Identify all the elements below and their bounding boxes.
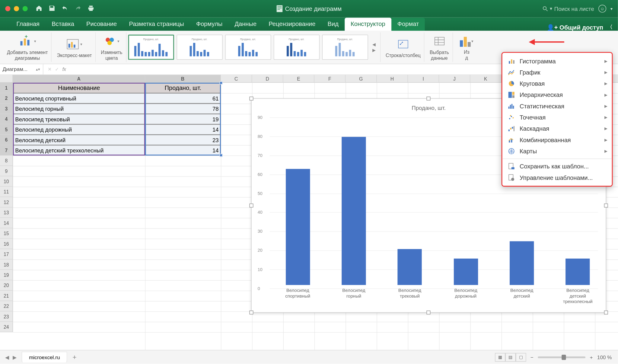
- menu-treemap[interactable]: Иерархическая: [502, 89, 612, 101]
- menu-waterfall[interactable]: Каскадная: [502, 123, 612, 134]
- menu-bar-chart[interactable]: Гистограмма: [502, 56, 612, 67]
- view-mode-buttons[interactable]: ▦ ▤ ▢: [495, 353, 526, 362]
- select-all-corner[interactable]: [0, 75, 13, 83]
- selection-handle[interactable]: [220, 81, 223, 85]
- chevron-down-icon[interactable]: ▾: [610, 6, 613, 11]
- change-chart-type-button[interactable]: ▾ Изд: [454, 33, 479, 62]
- column-header-D[interactable]: D: [252, 75, 283, 82]
- cell-A1[interactable]: Наименование: [13, 83, 145, 93]
- cell-B4[interactable]: 19: [145, 114, 221, 124]
- collapse-ribbon-icon[interactable]: 〈: [607, 23, 613, 30]
- menu-combo[interactable]: Комбинированная: [502, 134, 612, 145]
- chart-styles-gallery[interactable]: Продано, шт. Продано, шт. Продано, шт. П…: [128, 33, 381, 62]
- add-chart-element-button[interactable]: +▾ Добавить элемент диаграммы: [3, 33, 52, 62]
- column-header-E[interactable]: E: [283, 75, 314, 82]
- cell-A7[interactable]: Велосипед детский трехколесный: [13, 145, 145, 155]
- row-header-15[interactable]: 15: [0, 228, 13, 238]
- home-icon[interactable]: [36, 5, 43, 13]
- row-header-10[interactable]: 10: [0, 176, 13, 187]
- chart-style-5[interactable]: Продано, шт.: [322, 35, 368, 60]
- cell-B2[interactable]: 61: [145, 93, 221, 104]
- sheet-nav-next[interactable]: ▶: [13, 354, 17, 360]
- row-header-1[interactable]: 1: [0, 83, 13, 93]
- row-header-7[interactable]: 7: [0, 145, 13, 155]
- row-header-3[interactable]: 3: [0, 104, 13, 114]
- cell-B1[interactable]: Продано, шт.: [145, 83, 221, 93]
- row-header-4[interactable]: 4: [0, 114, 13, 124]
- row-header-9[interactable]: 9: [0, 166, 13, 176]
- cell-B3[interactable]: 78: [145, 104, 221, 114]
- chart-bar-3[interactable]: [454, 258, 478, 285]
- quick-layout-button[interactable]: ▾ Экспресс-макет: [53, 33, 96, 62]
- row-header-22[interactable]: 22: [0, 301, 13, 311]
- row-headers[interactable]: 123456789101112131415161718192021222324: [0, 83, 13, 332]
- name-box[interactable]: Диаграм...▴▾: [0, 64, 43, 74]
- change-colors-button[interactable]: ▾ Изменить цвета: [97, 33, 126, 62]
- row-header-19[interactable]: 19: [0, 270, 13, 280]
- column-header-I[interactable]: I: [408, 75, 439, 82]
- normal-view-icon[interactable]: ▦: [495, 353, 505, 362]
- gallery-scroll[interactable]: ◀▶: [371, 42, 377, 52]
- cell-A4[interactable]: Велосипед трековый: [13, 114, 145, 124]
- row-header-2[interactable]: 2: [0, 93, 13, 104]
- feedback-icon[interactable]: ☺: [598, 5, 606, 13]
- row-header-11[interactable]: 11: [0, 187, 13, 197]
- chart-bar-2[interactable]: [398, 249, 422, 285]
- cell-B6[interactable]: 23: [145, 135, 221, 145]
- close-window[interactable]: [5, 6, 10, 11]
- add-sheet-button[interactable]: +: [67, 353, 82, 361]
- column-header-A[interactable]: A: [13, 75, 145, 82]
- menu-scatter[interactable]: Точечная: [502, 112, 612, 123]
- row-header-5[interactable]: 5: [0, 124, 13, 135]
- menu-pie-chart[interactable]: Круговая: [502, 78, 612, 89]
- column-header-K[interactable]: K: [470, 75, 501, 82]
- zoom-slider[interactable]: [538, 356, 585, 358]
- menu-histogram[interactable]: Статистическая: [502, 101, 612, 112]
- cell-A6[interactable]: Велосипед детский: [13, 135, 145, 145]
- search-input[interactable]: ▾ Поиск на листе: [543, 5, 594, 12]
- column-header-G[interactable]: G: [346, 75, 377, 82]
- chart-bar-0[interactable]: [286, 169, 310, 285]
- tab-home[interactable]: Главная: [10, 18, 46, 31]
- menu-manage-templates[interactable]: Управление шаблонами...: [502, 172, 612, 183]
- selection-handle[interactable]: [220, 154, 223, 157]
- column-header-J[interactable]: J: [439, 75, 470, 82]
- tab-page-layout[interactable]: Разметка страницы: [123, 18, 190, 31]
- switch-row-column-button[interactable]: Строка/столбец: [382, 33, 425, 62]
- page-break-view-icon[interactable]: ▢: [516, 353, 526, 362]
- row-header-12[interactable]: 12: [0, 197, 13, 207]
- column-header-C[interactable]: C: [221, 75, 252, 82]
- chart-style-3[interactable]: Продано, шт.: [225, 35, 271, 60]
- chart-style-1[interactable]: Продано, шт.: [128, 35, 174, 60]
- cell-A2[interactable]: Велосипед спортивный: [13, 93, 145, 104]
- menu-save-template[interactable]: Сохранить как шаблон...: [502, 161, 612, 172]
- accept-formula-icon[interactable]: ✓: [55, 66, 59, 72]
- cell-A3[interactable]: Велосипед горный: [13, 104, 145, 114]
- tab-insert[interactable]: Вставка: [46, 18, 80, 31]
- cell-B7[interactable]: 14: [145, 145, 221, 155]
- cancel-formula-icon[interactable]: ✕: [48, 66, 52, 72]
- column-header-B[interactable]: B: [145, 75, 221, 82]
- share-button[interactable]: 👤+ Общий доступ: [547, 24, 603, 30]
- save-icon[interactable]: [49, 5, 56, 13]
- tab-review[interactable]: Рецензирование: [263, 18, 321, 31]
- sheet-nav-prev[interactable]: ◀: [5, 354, 9, 360]
- maximize-window[interactable]: [23, 6, 28, 11]
- chart-bar-5[interactable]: [566, 258, 590, 285]
- row-header-21[interactable]: 21: [0, 291, 13, 301]
- row-header-14[interactable]: 14: [0, 218, 13, 228]
- row-header-20[interactable]: 20: [0, 280, 13, 290]
- tab-format[interactable]: Формат: [391, 18, 425, 31]
- menu-line-chart[interactable]: График: [502, 67, 612, 78]
- minimize-window[interactable]: [14, 6, 19, 11]
- fx-icon[interactable]: fx: [62, 67, 66, 72]
- row-header-24[interactable]: 24: [0, 322, 13, 332]
- chart-bar-4[interactable]: [510, 241, 534, 285]
- row-header-17[interactable]: 17: [0, 249, 13, 259]
- page-layout-view-icon[interactable]: ▤: [505, 353, 516, 362]
- tab-draw[interactable]: Рисование: [80, 18, 123, 31]
- redo-icon[interactable]: [75, 5, 81, 13]
- row-header-8[interactable]: 8: [0, 155, 13, 166]
- column-header-F[interactable]: F: [314, 75, 346, 82]
- tab-view[interactable]: Вид: [321, 18, 345, 31]
